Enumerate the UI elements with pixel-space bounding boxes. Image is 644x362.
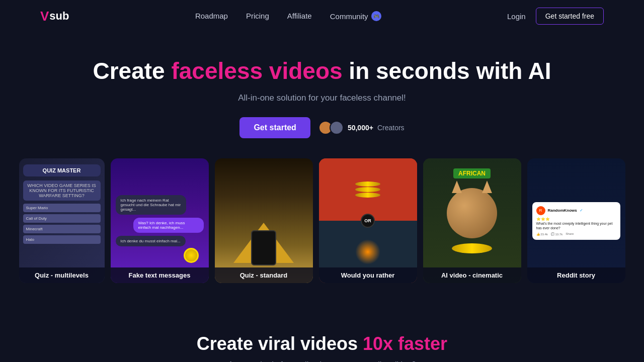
- reddit-header: R RandomKnows ✓: [536, 206, 616, 215]
- reddit-bg: R RandomKnows ✓ ⭐⭐⭐ What's the most cree…: [527, 158, 625, 283]
- quiz-opt-3: Minecraft: [23, 225, 101, 233]
- get-started-main-button[interactable]: Get started: [239, 117, 310, 138]
- viral-highlight: 10x faster: [363, 333, 447, 354]
- login-button[interactable]: Login: [507, 12, 526, 21]
- quiz-title: QUIZ MASTER: [23, 164, 101, 176]
- msg-recv-2: Ich denke du musst einfach mal...: [116, 236, 186, 246]
- cat-bg: AFRICAN: [423, 158, 521, 283]
- fake-text-bg: Ich frage nach meinem Rat gesucht und di…: [111, 158, 209, 283]
- wyr-top: [319, 158, 417, 221]
- card-reddit-story[interactable]: R RandomKnows ✓ ⭐⭐⭐ What's the most cree…: [527, 158, 625, 283]
- cat-ear-right: [482, 180, 492, 193]
- msg-recv-1: Ich frage nach meinem Rat gesucht und di…: [116, 195, 186, 215]
- logo-v: V: [40, 9, 49, 24]
- avatar-2: [330, 121, 344, 135]
- coin-1: [355, 182, 380, 187]
- card-quiz-multi-label: Quiz - multilevels: [19, 267, 105, 283]
- msg-sent-1: Was? Ich denke, ich muss einfach mal nac…: [133, 218, 204, 233]
- card-ai-video-label: AI video - cinematic: [423, 267, 521, 283]
- reddit-avatar: R: [536, 206, 545, 215]
- reddit-verified-icon: ✓: [580, 208, 583, 213]
- reddit-comment: 💬 13.7k: [551, 232, 562, 236]
- cat-container: [447, 188, 497, 253]
- nav-right: Login Get started free: [507, 8, 604, 25]
- silhouette: [355, 239, 380, 264]
- creators-info: 50,000+ Creators: [318, 121, 405, 135]
- quiz-multi-bg: QUIZ MASTER WHICH VIDEO GAME SERIES IS K…: [19, 158, 105, 283]
- nav-pricing[interactable]: Pricing: [246, 12, 269, 20]
- jewelry-ring: [452, 243, 492, 253]
- reddit-card-inner: R RandomKnows ✓ ⭐⭐⭐ What's the most cree…: [532, 202, 620, 240]
- quiz-options: Super Mario Call of Duty Minecraft Halo: [23, 204, 101, 244]
- card-quiz-std-label: Quiz - standard: [215, 267, 313, 283]
- reddit-question: What's the most creepily intelligent thi…: [536, 221, 616, 230]
- quiz-opt-1: Super Mario: [23, 204, 101, 212]
- logo-text: sub: [49, 10, 69, 23]
- coin-stack: [355, 182, 380, 198]
- card-wyr-label: Would you rather: [319, 267, 417, 283]
- community-label: Community: [330, 12, 368, 21]
- navbar: V sub Roadmap Pricing Affiliate Communit…: [0, 0, 644, 32]
- viral-section: Create viral videos 10x faster Are you t…: [0, 308, 644, 362]
- card-quiz-multilevels[interactable]: QUIZ MASTER WHICH VIDEO GAME SERIES IS K…: [19, 158, 105, 283]
- headline-post: in seconds with AI: [343, 58, 551, 84]
- hero-subtext: All-in-one solution for your faceless ch…: [10, 93, 634, 103]
- reddit-stars: ⭐⭐⭐: [536, 217, 616, 221]
- quiz-opt-4: Halo: [23, 235, 101, 244]
- quiz-question: WHICH VIDEO GAME SERIES IS KNOWN FOR ITS…: [23, 180, 101, 201]
- cat-text: AFRICAN: [453, 168, 491, 178]
- headline-pre: Create: [93, 58, 172, 84]
- card-quiz-standard[interactable]: Quiz - standard: [215, 158, 313, 283]
- headline-highlight: faceless videos: [171, 58, 342, 84]
- nav-community[interactable]: Community 🎮: [330, 11, 381, 21]
- coin-decoration: [184, 248, 199, 263]
- logo[interactable]: V sub: [40, 9, 69, 24]
- video-section: QUIZ MASTER WHICH VIDEO GAME SERIES IS K…: [0, 158, 644, 308]
- avatars: [318, 121, 344, 135]
- hero-headline: Create faceless videos in seconds with A…: [10, 57, 634, 85]
- reddit-actions: 👍 23.4k 💬 13.7k Share: [536, 232, 616, 236]
- nav-roadmap[interactable]: Roadmap: [195, 12, 228, 20]
- discord-icon: 🎮: [371, 11, 381, 21]
- card-fake-text-label: Fake text messages: [111, 267, 209, 283]
- card-ai-video[interactable]: AFRICAN AI video - cinematic: [423, 158, 521, 283]
- card-fake-text[interactable]: Ich frage nach meinem Rat gesucht und di…: [111, 158, 209, 283]
- hero-section: Create faceless videos in seconds with A…: [0, 32, 644, 158]
- cat-circle: [447, 188, 497, 238]
- viral-headline: Create viral videos 10x faster: [10, 333, 634, 354]
- card-reddit-label: Reddit story: [527, 267, 625, 283]
- cat-ear-left: [452, 180, 462, 193]
- reddit-like: 👍 23.4k: [536, 232, 548, 236]
- reddit-share: Share: [566, 232, 574, 236]
- nav-affiliate[interactable]: Affiliate: [287, 12, 312, 20]
- reddit-username: RandomKnows: [548, 208, 577, 213]
- coin-3: [355, 193, 380, 198]
- pyramid-bg: [215, 158, 313, 283]
- nav-links: Roadmap Pricing Affiliate Community 🎮: [195, 11, 381, 21]
- phone-overlay: [251, 230, 276, 265]
- hero-cta: Get started 50,000+ Creators: [10, 117, 634, 138]
- card-would-you-rather[interactable]: OR Would you rather: [319, 158, 417, 283]
- quiz-opt-2: Call of Duty: [23, 214, 101, 223]
- video-row: QUIZ MASTER WHICH VIDEO GAME SERIES IS K…: [10, 158, 634, 283]
- get-started-nav-button[interactable]: Get started free: [536, 8, 604, 25]
- coin-2: [355, 187, 380, 192]
- wyr-or-badge: OR: [361, 214, 375, 228]
- viral-pre: Create viral videos: [197, 333, 363, 354]
- creators-label: Creators: [377, 124, 405, 132]
- creators-count: 50,000+: [348, 124, 373, 132]
